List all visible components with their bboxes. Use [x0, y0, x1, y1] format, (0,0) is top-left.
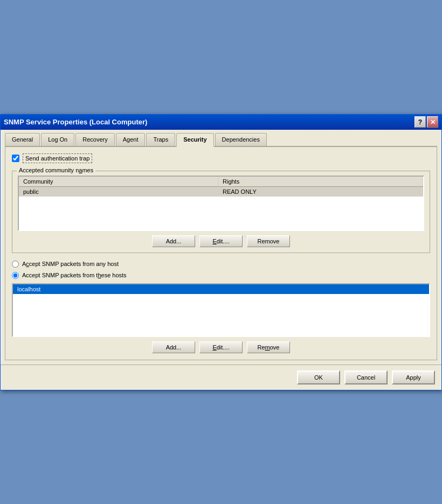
table-row[interactable]: public READ ONLY: [19, 187, 423, 197]
tab-logon[interactable]: Log On: [41, 133, 74, 146]
community-group-legend: Accepted community names: [17, 167, 95, 173]
cancel-button[interactable]: Cancel: [344, 370, 388, 384]
community-col-header: Community: [19, 177, 218, 186]
these-hosts-row: Accept SNMP packets from these hosts: [12, 272, 430, 279]
hosts-list: localhost: [12, 283, 430, 337]
community-cell: public: [19, 187, 218, 197]
dialog-window: SNMP Service Properties (Local Computer)…: [0, 114, 442, 390]
window-title: SNMP Service Properties (Local Computer): [4, 118, 147, 126]
tab-content-security: Send authentication trap Accepted commun…: [5, 147, 437, 360]
any-host-radio[interactable]: [12, 261, 19, 268]
list-item[interactable]: localhost: [13, 284, 429, 294]
tab-traps[interactable]: Traps: [146, 133, 175, 146]
hosts-edit-label: Edit....: [212, 344, 229, 351]
hosts-add-button[interactable]: Add...: [152, 341, 195, 353]
auth-trap-label: Send authentication trap: [23, 153, 92, 163]
tab-security[interactable]: Security: [176, 133, 213, 147]
rights-col-header: Rights: [218, 177, 423, 186]
accepted-community-group: Accepted community names Community Right…: [12, 171, 430, 253]
tab-recovery[interactable]: Recovery: [75, 133, 114, 146]
these-hosts-label-text: Accept SNMP packets from these hosts: [22, 272, 127, 278]
community-table-header: Community Rights: [19, 177, 423, 187]
these-hosts-radio[interactable]: [12, 272, 19, 279]
edit-label: Edit....: [212, 238, 229, 244]
auth-trap-checkbox[interactable]: [12, 155, 19, 162]
title-bar-buttons: ? ✕: [415, 116, 438, 128]
rights-cell: READ ONLY: [218, 187, 423, 197]
help-button[interactable]: ?: [415, 116, 426, 128]
hosts-edit-button[interactable]: Edit....: [199, 341, 243, 353]
close-button[interactable]: ✕: [427, 116, 438, 128]
any-host-label-text: Accept SNMP packets from any host: [22, 261, 119, 267]
hosts-button-row: Add... Edit.... Remove: [12, 341, 430, 353]
community-button-row: Add... Edit.... Remove: [18, 235, 424, 247]
any-host-row: Accept SNMP packets from any host: [12, 261, 430, 268]
community-remove-button[interactable]: Remove: [247, 235, 290, 247]
these-hosts-label: Accept SNMP packets from these hosts: [22, 272, 127, 278]
tab-dependencies[interactable]: Dependencies: [215, 133, 267, 146]
community-table: Community Rights public READ ONLY: [18, 176, 424, 231]
any-host-label: Accept SNMP packets from any host: [22, 261, 119, 267]
ok-button[interactable]: OK: [297, 370, 340, 384]
tab-general[interactable]: General: [5, 133, 40, 146]
hosts-remove-button[interactable]: Remove: [247, 341, 290, 353]
tab-bar: General Log On Recovery Agent Traps Secu…: [5, 133, 437, 147]
dialog-body: General Log On Recovery Agent Traps Secu…: [1, 130, 441, 365]
community-table-body: public READ ONLY: [19, 187, 423, 230]
tab-agent[interactable]: Agent: [116, 133, 146, 146]
auth-trap-row: Send authentication trap: [12, 153, 430, 163]
community-add-button[interactable]: Add...: [152, 235, 195, 247]
title-bar: SNMP Service Properties (Local Computer)…: [1, 115, 441, 130]
dialog-footer: OK Cancel Apply: [1, 365, 441, 390]
community-edit-button[interactable]: Edit....: [199, 235, 243, 247]
apply-button[interactable]: Apply: [392, 370, 435, 384]
hosts-remove-label: Remove: [258, 344, 280, 351]
